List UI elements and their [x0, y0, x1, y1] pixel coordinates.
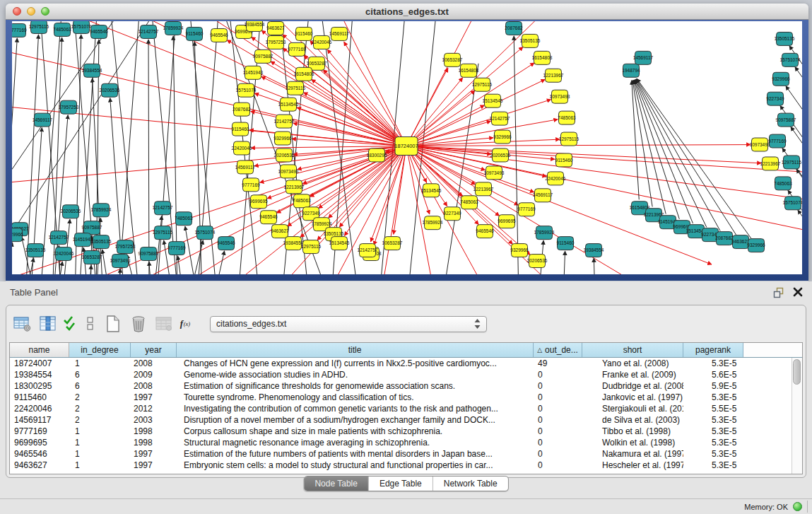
table-row[interactable]: 1872400712008Changes of HCN gene express… [10, 358, 792, 369]
node-label: 9227349 [443, 211, 461, 216]
zoom-window-button[interactable] [41, 7, 49, 16]
network-canvas[interactable]: 9115460224200461456911797771699699695946… [12, 21, 802, 274]
cell-out_degree: 0 [534, 403, 582, 414]
node-label: 90975887 [139, 251, 159, 256]
node-label: 20206536 [274, 153, 295, 158]
close-panel-icon[interactable] [792, 286, 804, 298]
status-divider [807, 501, 808, 513]
node-label: 12975115 [782, 160, 802, 165]
svg-text:(x): (x) [184, 320, 191, 327]
table-scrollbar[interactable] [792, 358, 802, 474]
clear-selection-button[interactable] [83, 313, 98, 334]
new-column-button[interactable] [102, 313, 124, 334]
cell-pagerank: 5.3E-5 [683, 426, 743, 437]
node-label: 12975115 [286, 86, 306, 90]
node-label: 13505135 [775, 36, 795, 41]
cell-year: 2003 [131, 414, 177, 426]
table-row[interactable]: 969969511998Structural magnetic resonanc… [10, 437, 792, 448]
node-label: 11451943 [73, 237, 93, 242]
dropdown-arrows-icon [474, 319, 481, 329]
column-header-title[interactable]: title [177, 343, 534, 357]
node-label: 9465546 [259, 214, 278, 219]
column-header-in_degree[interactable]: in_degree [69, 343, 131, 357]
node-label: 20206536 [61, 209, 81, 214]
cell-name: 14569117 [10, 414, 69, 426]
column-header-year[interactable]: year [131, 343, 177, 357]
table-row[interactable]: 977716911998Corpus callosum shape and si… [10, 426, 792, 437]
network-window-titlebar[interactable]: citations_edges.txt [6, 4, 808, 20]
memory-status-indicator[interactable] [793, 502, 802, 511]
edge-red [324, 70, 406, 146]
node-label: 9329966 [493, 134, 512, 139]
show-columns-button[interactable] [37, 313, 59, 334]
table-row[interactable]: 1456911722003Disruption of a novel membe… [10, 414, 792, 426]
edge-black [12, 21, 153, 233]
edge-red [312, 79, 406, 146]
table-mode-button[interactable] [12, 313, 33, 334]
column-header-pagerank[interactable]: pagerank [683, 343, 743, 357]
function-builder-button[interactable]: f (x) [179, 313, 194, 334]
cell-out_degree: 0 [534, 448, 582, 460]
edge-red [406, 139, 560, 146]
cell-name: 19384554 [10, 369, 69, 380]
node-label: 15751074 [195, 230, 216, 235]
column-header-name[interactable]: name [10, 343, 69, 357]
cell-year: 2009 [131, 369, 177, 380]
node-label: 13505135 [520, 38, 541, 43]
node-label: 9227349 [302, 211, 320, 216]
node-label: 12142757 [490, 116, 510, 121]
delete-column-button[interactable] [128, 313, 149, 334]
cell-name: 9699695 [10, 437, 69, 448]
node-label: 12213967 [760, 161, 781, 166]
table-row[interactable]: 911546021997Tourette syndrome. Phenomeno… [10, 392, 792, 403]
tab-edge-table[interactable]: Edge Table [369, 477, 433, 491]
table-row[interactable]: 1830029562008Estimation of significance … [10, 380, 792, 392]
node-label: 2087682 [233, 107, 251, 112]
node-label: 13505135 [25, 247, 46, 252]
node-label: 17957253 [266, 40, 286, 45]
tab-network-table[interactable]: Network Table [433, 477, 508, 491]
edge-red [12, 146, 406, 184]
node-label: 9777169 [12, 28, 27, 33]
select-all-button[interactable] [63, 313, 78, 334]
cell-title: Tourette syndrome. Phenomenology and cla… [177, 392, 534, 403]
edge-black [634, 80, 679, 219]
table-row[interactable]: 946362711997Embryonic stem cells: a mode… [10, 460, 792, 471]
cell-short: Tibbo et al. (1998) [582, 426, 683, 437]
edge-red [406, 146, 478, 225]
memory-status-label: Memory: OK [744, 503, 788, 511]
float-panel-icon[interactable] [772, 286, 785, 299]
cell-out_degree: 0 [534, 369, 582, 380]
table-row[interactable]: 1938455462009Genome-wide association stu… [10, 369, 792, 380]
node-label: 19384554 [82, 68, 102, 73]
node-label: 15134545 [278, 102, 299, 107]
cell-in_degree: 1 [69, 358, 131, 369]
minimize-window-button[interactable] [27, 7, 35, 16]
cell-short: Dudbridge et al. (2008) [582, 380, 683, 392]
column-header-out_degree[interactable]: △out_de... [534, 343, 582, 357]
cell-year: 1997 [131, 392, 177, 403]
cell-short: Wolkin et al. (1998) [582, 437, 683, 448]
node-label: 9329966 [747, 243, 765, 247]
node-label: 18300295 [367, 153, 387, 158]
node-label: 14569117 [235, 165, 256, 170]
column-header-short[interactable]: short [582, 343, 683, 357]
node-label: 10973493 [550, 94, 570, 99]
node-table: namein_degreeyeartitle△out_de...shortpag… [9, 342, 803, 474]
table-source-dropdown[interactable]: citations_edges.txt [210, 316, 487, 332]
tab-node-table[interactable]: Node Table [304, 477, 369, 491]
table-source-value: citations_edges.txt [216, 319, 474, 329]
close-window-button[interactable] [13, 7, 21, 16]
edge-black [563, 251, 565, 274]
table-row[interactable]: 2242004622012Investigating the contribut… [10, 403, 792, 414]
table-scrollbar-thumb[interactable] [793, 359, 801, 385]
node-label: 12213967 [284, 185, 305, 189]
table-row[interactable]: 946554611997Estimation of the future num… [10, 448, 792, 460]
node-label: 9115460 [186, 31, 204, 36]
cell-out_degree: 0 [534, 414, 582, 426]
cell-year: 1998 [131, 426, 177, 437]
delete-table-button[interactable] [153, 313, 175, 334]
cell-out_degree: 0 [534, 437, 582, 448]
sort-ascending-icon: △ [537, 346, 542, 354]
node-label: 10653287 [382, 240, 403, 245]
